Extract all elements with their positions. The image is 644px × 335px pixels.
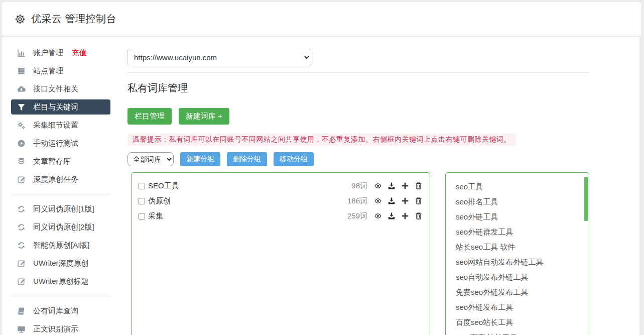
keyword-item[interactable]: seo外链发布工具 [456, 300, 579, 315]
thesaurus-name: 采集 [148, 211, 163, 221]
sidebar-item-label: 栏目与关键词 [33, 102, 78, 112]
keyword-item[interactable]: seo排名工具 [456, 194, 579, 209]
keyword-item[interactable]: seo自动发布外链工具 [456, 270, 579, 285]
sidebar-item-label: 正文识别演示 [33, 324, 78, 334]
thesaurus-row: SEO工具 98词 [139, 178, 423, 193]
sidebar-item-label: 站点管理 [33, 66, 63, 76]
sidebar-item-body-recognition-demo[interactable]: 正文识别演示 [11, 321, 110, 335]
refresh-icon [17, 223, 26, 232]
sidebar-item-label: 同义词伪原创[2版] [33, 222, 94, 232]
keyword-item[interactable]: 免费seo外链发布工具 [456, 285, 579, 300]
column-manage-button[interactable]: 栏目管理 [127, 108, 172, 125]
sidebar-item-deep-original-task[interactable]: 深度原创任务 [11, 172, 110, 187]
view-icon[interactable] [374, 182, 382, 190]
download-icon[interactable] [388, 212, 396, 220]
sidebar-item-label: UWriter原创标题 [33, 277, 89, 286]
server-icon [17, 67, 26, 75]
sidebar-item-ai-pseudo-original[interactable]: 智能伪原创[AI版] [11, 238, 110, 253]
gear-icon [15, 14, 25, 24]
add-icon[interactable] [401, 197, 409, 205]
book-icon [17, 307, 26, 315]
sidebar-item-sites[interactable]: 站点管理 [11, 63, 110, 78]
sidebar-item-columns-keywords[interactable]: 栏目与关键词 [11, 99, 110, 115]
filter-icon [17, 103, 26, 111]
monitor-icon [17, 325, 26, 333]
database-icon [17, 157, 26, 166]
move-group-button[interactable]: 移动分组 [274, 152, 314, 166]
thesaurus-checkbox[interactable] [139, 183, 145, 189]
sidebar-item-interface-files[interactable]: 接口文件相关 [11, 81, 110, 96]
sidebar-item-public-thesaurus[interactable]: 公有词库查询 [11, 303, 110, 318]
content-area: https://www.ucaiyun.com 私有词库管理 栏目管理 新建词库… [127, 49, 589, 335]
sidebar-item-account[interactable]: 账户管理 充值 [11, 45, 110, 60]
app-header: 优采云 管理控制台 [2, 2, 641, 36]
new-group-button[interactable]: 新建分组 [180, 152, 220, 166]
delete-icon[interactable] [415, 182, 423, 190]
sidebar-item-synonym-v1[interactable]: 同义词伪原创[1版] [11, 201, 110, 216]
sidebar-item-label: 接口文件相关 [33, 84, 78, 94]
keyword-scrollbar-thumb[interactable] [584, 177, 588, 221]
sidebar-divider [11, 194, 110, 194]
delete-icon[interactable] [415, 197, 423, 205]
play-circle-icon [17, 139, 26, 148]
thesaurus-row: 伪原创 186词 [139, 193, 423, 208]
keyword-list-box: seo工具 seo排名工具 seo外链工具 seo外链群发工具 站长seo工具 … [445, 172, 589, 335]
download-icon[interactable] [388, 197, 396, 205]
delete-group-button[interactable]: 删除分组 [227, 152, 267, 166]
keyword-item[interactable]: seo外链工具 [456, 209, 579, 225]
sidebar-item-manual-run-test[interactable]: 手动运行测试 [11, 136, 110, 151]
keyword-item[interactable]: seo外链群发工具 [456, 225, 579, 240]
thesaurus-name: SEO工具 [148, 181, 179, 191]
edit-icon [17, 175, 26, 184]
sidebar-item-uwriter-deep[interactable]: UWriter深度原创 [11, 256, 110, 271]
site-select[interactable]: https://www.ucaiyun.com [127, 49, 311, 66]
primary-actions: 栏目管理 新建词库 + [127, 108, 589, 125]
thesaurus-checkbox[interactable] [139, 213, 145, 219]
keyword-item[interactable]: seo网站自动发布外链工具 [456, 255, 579, 270]
thesaurus-row: 采集 259词 [139, 208, 423, 224]
sidebar-divider [11, 296, 110, 296]
sidebar-item-label: 采集细节设置 [33, 121, 78, 130]
thesaurus-list-box: SEO工具 98词 [131, 172, 430, 335]
new-thesaurus-button[interactable]: 新建词库 + [179, 108, 229, 125]
thesaurus-checkbox[interactable] [139, 198, 145, 204]
recharge-badge[interactable]: 充值 [72, 48, 87, 58]
sidebar-item-label: 同义词伪原创[1版] [33, 204, 94, 214]
sidebar-item-label: 文章暂存库 [33, 157, 71, 166]
keyword-item[interactable]: 百度seo站长工具 [456, 315, 579, 330]
sidebar-item-uwriter-title[interactable]: UWriter原创标题 [11, 274, 110, 289]
word-count: 98词 [351, 181, 367, 191]
edit-icon [17, 277, 26, 286]
edit-icon [17, 259, 26, 268]
add-icon[interactable] [401, 212, 409, 220]
keyword-item[interactable]: seo 百度 站长工具 [456, 330, 579, 335]
keyword-item[interactable]: seo工具 [456, 179, 579, 194]
content-divider [127, 72, 589, 73]
sidebar-item-article-staging[interactable]: 文章暂存库 [11, 154, 110, 169]
keyword-item[interactable]: 站长seo工具 软件 [456, 240, 579, 255]
sidebar: 账户管理 充值 站点管理 接口文件相关 [11, 45, 110, 335]
thesaurus-name: 伪原创 [148, 196, 171, 206]
page-title: 私有词库管理 [127, 81, 589, 95]
sidebar-item-synonym-v2[interactable]: 同义词伪原创[2版] [11, 219, 110, 235]
boxes-row: SEO工具 98词 [127, 172, 589, 335]
view-icon[interactable] [374, 197, 382, 205]
sidebar-item-label: 公有词库查询 [33, 306, 78, 316]
sidebar-item-label: 手动运行测试 [33, 139, 78, 148]
word-count: 259词 [347, 211, 367, 221]
add-icon[interactable] [401, 182, 409, 190]
app-title: 优采云 管理控制台 [31, 12, 116, 26]
refresh-icon [17, 205, 26, 213]
bar-chart-icon [17, 49, 26, 57]
view-icon[interactable] [374, 212, 382, 220]
download-icon[interactable] [388, 182, 396, 190]
sidebar-item-label: 账户管理 [33, 48, 63, 58]
delete-icon[interactable] [415, 212, 423, 220]
group-controls: 全部词库 新建分组 删除分组 移动分组 [127, 152, 589, 166]
cloud-upload-icon [17, 85, 26, 93]
sidebar-item-collection-settings[interactable]: 采集细节设置 [11, 118, 110, 133]
thesaurus-filter-select[interactable]: 全部词库 [127, 152, 174, 166]
tip-banner: 温馨提示：私有词库可以在同账号不同网站之间共享使用，不必重复添加。右侧框内关键词… [127, 134, 516, 146]
refresh-icon [17, 241, 26, 250]
sidebar-item-label: UWriter深度原创 [33, 259, 89, 268]
